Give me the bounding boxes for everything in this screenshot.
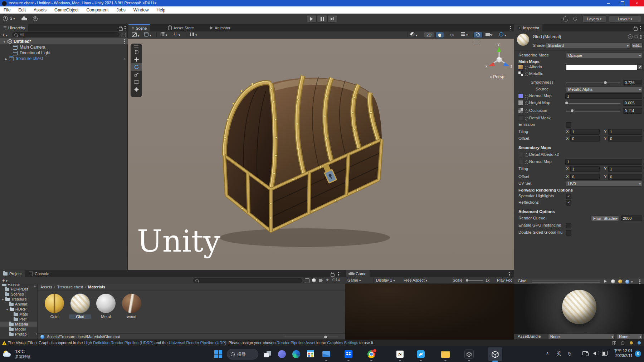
thumbnail-size-knob[interactable] [324,335,327,339]
breadcrumb-assets[interactable]: Assets [40,285,52,289]
kebab-icon[interactable] [639,279,640,284]
account-menu[interactable]: S [10,16,15,20]
preview-env-icon[interactable] [625,279,633,284]
chrome-icon[interactable] [366,348,377,360]
lighting-toggle-button[interactable] [435,32,444,38]
maximize-button[interactable] [615,0,630,6]
specular-checkbox[interactable]: ✓ [566,194,571,199]
height-slider[interactable] [566,103,620,104]
aspect-dropdown[interactable]: Free Aspect [404,278,427,282]
layers-dropdown[interactable]: Layers [582,15,606,23]
drag-handle-icon[interactable] [134,45,138,48]
foldout-icon[interactable] [3,39,7,44]
label-tag-icon[interactable] [319,279,323,282]
chat-app-icon[interactable] [276,348,288,360]
texture-slot-icon[interactable] [525,153,528,157]
kebab-icon[interactable] [125,26,126,30]
asset-item-metal[interactable]: Metal [95,294,117,319]
ime-mode-indicator[interactable]: ち [567,351,572,357]
eyedropper-icon[interactable] [637,64,643,70]
menu-jobs[interactable]: Jobs [116,8,125,13]
kebab-icon[interactable] [640,26,641,30]
unity-hub-icon[interactable] [463,348,475,360]
add-object-button[interactable]: + [2,32,8,38]
dropbox-icon[interactable] [343,348,354,360]
tree-row-hdrpdefault[interactable]: HDRPDef [5,287,38,292]
kebab-icon[interactable] [640,34,641,39]
metallic-texture-thumb[interactable] [518,71,523,76]
tree-row-hdrp[interactable]: HDRP_ [6,307,38,312]
source-dropdown[interactable]: Metallic Alpha [566,86,642,92]
urp-link[interactable]: Universal Render Pipeline (URP) [169,341,226,345]
ime-language-indicator[interactable]: 英 [557,351,561,357]
unity-editor-taskbar-icon[interactable] [488,347,502,361]
cast-screen-icon[interactable] [582,351,588,355]
menu-component[interactable]: Component [86,8,108,13]
pivot-icon[interactable] [144,32,151,38]
offset-y-field[interactable]: 0 [608,136,642,142]
foldout-icon[interactable] [5,56,8,61]
battery-tray-icon[interactable] [602,351,608,356]
assetbundle-variant-dropdown[interactable]: None [617,334,643,339]
texture-slot-icon[interactable] [525,117,528,120]
shader-dropdown[interactable]: Standard [546,43,630,48]
notion-icon[interactable]: N [394,348,406,360]
presets-icon[interactable] [634,35,638,38]
favorites-icon[interactable]: ★ [326,278,329,282]
secondary-normal-value[interactable]: 1 [565,159,642,165]
kebab-icon[interactable] [509,272,510,276]
scene-viewport[interactable]: y x z < Persp [128,39,514,270]
preview-header[interactable]: Glod [514,278,644,284]
render-queue-field[interactable]: 2000 [621,215,642,221]
file-explorer-icon[interactable] [440,348,451,360]
normal-map-value[interactable]: 1 [565,93,642,99]
uv-set-dropdown[interactable]: UV0 [566,181,642,187]
smoothness-slider-knob[interactable] [604,81,607,84]
secondary-offset-x-field[interactable]: 0 [570,174,600,180]
secondary-tiling-y-field[interactable]: 1 [608,166,642,172]
kebab-icon[interactable] [338,272,339,276]
texture-slot-icon[interactable] [525,101,528,105]
start-button[interactable] [213,348,224,360]
display-dropdown[interactable]: Display 1 [376,278,395,282]
gizmos-dropdown-icon[interactable] [499,32,506,38]
hierarchy-row-main-camera[interactable]: Main Camera [0,44,128,50]
secondary-normal-thumb[interactable] [518,159,523,164]
asset-item-coin[interactable]: Coin [43,294,65,319]
menu-gameobject[interactable]: GameObject [54,8,78,13]
tab-game[interactable]: Game [346,270,370,277]
height-slider-knob[interactable] [565,101,569,105]
hierarchy-search-input[interactable] [19,32,117,37]
breadcrumb-materials[interactable]: Materials [88,285,105,289]
perspective-label[interactable]: < Persp [490,74,504,79]
tree-row-materials-hdrp[interactable]: Mate [14,312,38,317]
texture-slot-icon[interactable] [525,66,528,69]
play-button[interactable] [307,15,317,23]
minimize-button[interactable] [601,0,615,6]
height-value[interactable]: 0.005 [623,100,642,106]
material-preview-sphere[interactable] [562,290,596,324]
sync-status-icon[interactable] [638,341,641,344]
tree-row-animations[interactable]: Animat [9,302,38,307]
detail-albedo-thumb[interactable] [518,152,523,157]
rp-asset-link[interactable]: Render Pipeline Asset [277,341,315,345]
tree-row-prefab-hdrp[interactable]: Pref [14,317,38,322]
preview-shape-icon[interactable] [611,279,615,283]
task-view-button[interactable] [262,348,273,360]
game-display-menu[interactable]: Game [347,278,361,282]
bell-icon[interactable] [621,341,624,344]
audio-mute-icon[interactable]: ◁✕ [449,33,454,37]
search-icon[interactable] [573,17,577,21]
lock-icon[interactable] [119,28,123,31]
mail-app-icon[interactable] [321,348,332,360]
occlusion-slider[interactable] [566,111,620,111]
hierarchy-row-treasure-chest[interactable]: treasure chest › [0,56,128,61]
reflections-checkbox[interactable]: ✓ [566,200,571,205]
pause-button[interactable] [317,15,327,23]
edit-shader-button[interactable]: Edit... [632,43,643,48]
albedo-color-swatch[interactable] [566,65,637,70]
menu-file[interactable]: File [4,8,10,13]
snap-increment-icon[interactable] [174,32,180,37]
tab-animator[interactable]: Animator [207,24,234,31]
tiling-y-field[interactable]: 1 [608,129,642,135]
